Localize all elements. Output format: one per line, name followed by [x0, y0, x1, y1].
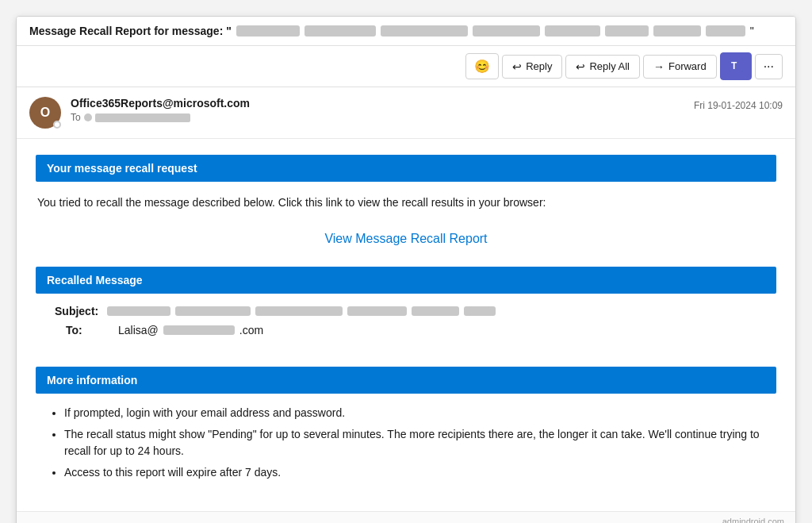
more-options-button[interactable]: ··· — [755, 54, 783, 79]
recalled-subject-blurred-3 — [255, 306, 343, 316]
forward-label: Forward — [668, 60, 707, 72]
reply-icon: ↩ — [512, 60, 522, 73]
recalled-subject-blurred-6 — [464, 306, 496, 316]
sender-to-field: To — [71, 112, 250, 123]
to-label: To — [71, 112, 81, 123]
footer: admindroid.com — [17, 511, 795, 523]
teams-button[interactable]: T — [720, 52, 752, 80]
to-value-prefix: Lalisa@ — [118, 324, 159, 336]
recall-body-text: You tried to recall the message describe… — [36, 182, 776, 224]
reply-label: Reply — [526, 60, 552, 72]
recalled-subject-blurred-4 — [347, 306, 407, 316]
recalled-subject-blurred-1 — [107, 306, 170, 316]
forward-button[interactable]: → Forward — [643, 55, 717, 79]
more-info-header: More information — [36, 367, 776, 394]
subject-blurred-1 — [236, 25, 300, 37]
subject-prefix: Message Recall Report for message: " — [29, 25, 232, 37]
more-info-list: If prompted, login with your email addre… — [36, 394, 776, 492]
footer-text: admindroid.com — [722, 517, 784, 523]
subject-blurred-7 — [653, 25, 701, 37]
view-recall-report-link[interactable]: View Message Recall Report — [36, 224, 776, 254]
reply-all-icon: ↩ — [576, 60, 585, 73]
recalled-to-row: To: Lalisa@ .com — [66, 324, 770, 336]
forward-icon: → — [653, 60, 665, 73]
sender-area: O Office365Reports@microsoft.com To Fri … — [17, 87, 795, 139]
recalled-details: Subject: To: Lalisa@ .com — [36, 294, 776, 354]
more-info-item-1: If prompted, login with your email addre… — [64, 405, 770, 421]
more-info-section: More information If prompted, login with… — [36, 367, 776, 492]
emoji-button[interactable]: 😊 — [465, 53, 499, 79]
more-info-item-3: Access to this report will expire after … — [64, 464, 770, 481]
avatar-wrapper: O — [29, 97, 61, 129]
subject-field-label: Subject: — [55, 305, 102, 317]
teams-icon: T — [729, 58, 743, 75]
online-status-dot — [53, 121, 61, 129]
subject-bar: Message Recall Report for message: " " — [17, 17, 795, 46]
email-toolbar: 😊 ↩ Reply ↩ Reply All → Forward T ··· — [17, 46, 795, 87]
recalled-message-section: Recalled Message Subject: To: Lalisa@ .c… — [36, 267, 776, 354]
more-icon: ··· — [764, 60, 774, 74]
recipient-dot — [84, 113, 92, 121]
recall-request-header: Your message recall request — [36, 155, 776, 182]
to-suffix: .com — [239, 324, 263, 336]
subject-suffix: " — [750, 25, 754, 37]
more-info-item-2: The recall status might show "Pending" f… — [64, 426, 770, 460]
to-field-label: To: — [66, 324, 113, 336]
recalled-subject-blurred-5 — [412, 306, 459, 316]
subject-blurred-6 — [605, 25, 649, 37]
subject-blurred-2 — [304, 25, 376, 37]
reply-all-label: Reply All — [589, 60, 630, 72]
subject-blurred-4 — [473, 25, 540, 37]
subject-blurred-5 — [545, 25, 600, 37]
reply-all-button[interactable]: ↩ Reply All — [565, 55, 640, 79]
recipient-blurred — [95, 113, 190, 122]
recalled-message-header: Recalled Message — [36, 267, 776, 294]
svg-text:T: T — [731, 60, 737, 71]
sender-info: Office365Reports@microsoft.com To — [71, 97, 250, 123]
email-body: Your message recall request You tried to… — [17, 139, 795, 511]
recalled-subject-blurred-2 — [175, 306, 251, 316]
to-blurred — [163, 325, 235, 335]
sender-email: Office365Reports@microsoft.com — [71, 97, 250, 110]
subject-blurred-3 — [381, 25, 468, 37]
recall-request-section: Your message recall request You tried to… — [36, 155, 776, 254]
sender-left: O Office365Reports@microsoft.com To — [29, 97, 250, 129]
reply-button[interactable]: ↩ Reply — [502, 55, 562, 79]
email-container: Message Recall Report for message: " " 😊… — [16, 16, 796, 523]
email-timestamp: Fri 19-01-2024 10:09 — [694, 97, 783, 111]
recalled-subject-row: Subject: — [55, 305, 770, 317]
subject-blurred-8 — [706, 25, 745, 37]
emoji-icon: 😊 — [474, 59, 490, 74]
